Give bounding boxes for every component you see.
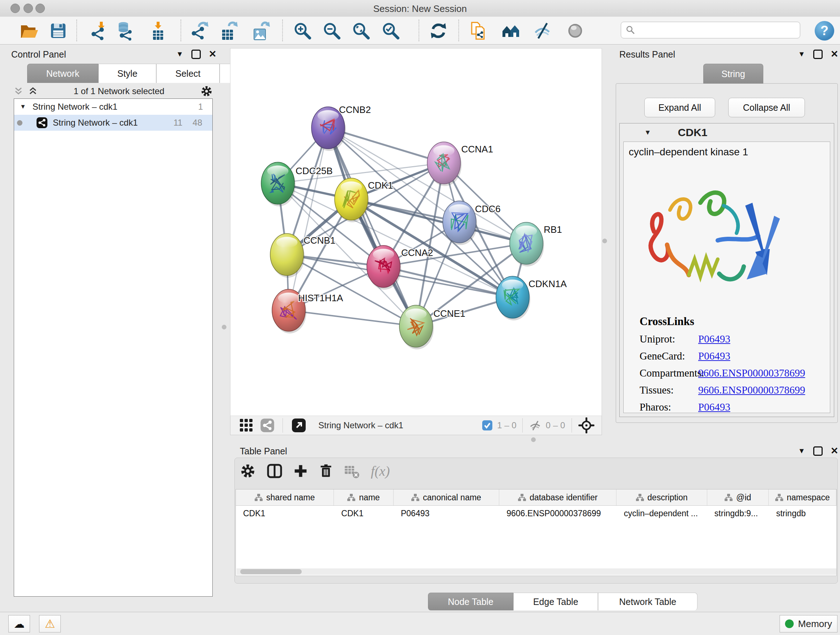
add-column-icon[interactable] [294,463,308,479]
column-header[interactable]: description [616,489,707,505]
network-edge[interactable] [289,310,416,326]
table-cell[interactable]: CDK1 [236,506,334,521]
column-header[interactable]: name [334,489,393,505]
export-network-icon[interactable] [189,21,210,41]
network-node-cdkn1a[interactable] [496,276,531,320]
delete-column-icon[interactable] [319,463,333,479]
crosslink-value-link[interactable]: P06493 [698,350,730,362]
horizontal-scrollbar[interactable] [237,568,837,575]
zoom-out-icon[interactable] [322,21,342,41]
refresh-icon[interactable] [428,21,448,41]
right-splitter-handle[interactable] [602,239,607,243]
column-header[interactable]: shared name [236,489,334,505]
network-node-ccna2[interactable] [367,245,401,290]
tab-network-table[interactable]: Network Table [598,593,698,610]
cdk1-collapse-icon[interactable]: ▼ [644,128,651,136]
table-cell[interactable]: stringdb:9... [707,506,769,521]
crosslink-value-link[interactable]: P06493 [698,401,730,413]
collapse-all-icon[interactable] [14,87,23,95]
table-cell[interactable]: 9606.ENSP00000378699 [499,506,616,521]
selected-checkbox-icon[interactable] [482,420,493,431]
memory-label: Memory [798,618,832,630]
import-network-from-database-icon[interactable] [116,21,136,41]
zoom-selected-icon[interactable] [381,21,401,41]
column-header[interactable]: database identifier [499,489,616,505]
zoom-fit-content-icon[interactable] [351,21,371,41]
table-cell[interactable]: stringdb [769,506,836,521]
collapse-all-button[interactable]: Collapse All [728,98,805,117]
column-header[interactable]: canonical name [393,489,499,505]
show-graphics-details-icon[interactable] [565,21,585,41]
tab-network[interactable]: Network [27,64,98,83]
save-session-icon[interactable] [48,21,68,41]
export-table-icon[interactable] [218,21,239,41]
hide-selected-icon[interactable] [533,21,553,41]
left-splitter-handle[interactable] [222,325,226,329]
control-panel: Control Panel ▼ ✕ Network Style Select S… [0,44,225,612]
export-image-icon[interactable] [251,21,271,41]
crosslink-label: GeneCard: [639,350,698,362]
zoom-in-icon[interactable] [292,21,313,41]
network-node-ccna1[interactable] [427,142,462,186]
results-panel-close-icon[interactable]: ✕ [831,49,838,60]
detach-view-icon[interactable] [292,418,306,432]
control-panel-float-icon[interactable] [191,50,201,59]
column-header[interactable]: @id [707,489,769,505]
show-columns-icon[interactable] [267,463,283,479]
crosslink-value-link[interactable]: 9606.ENSP00000378699 [698,367,805,379]
table-cell[interactable]: CDK1 [334,506,393,521]
search-input[interactable] [636,25,800,35]
home-icon[interactable] [501,21,521,41]
network-node-ccnb1[interactable] [270,233,305,278]
import-table-from-file-icon[interactable] [148,21,168,41]
window-title: Session: New Session [0,3,840,14]
search-field[interactable] [621,22,800,38]
import-network-from-file-icon[interactable] [89,21,109,41]
crosslink-value-link[interactable]: 9606.ENSP00000378699 [698,384,805,396]
network-collection-row[interactable]: ▼ String Network – cdk1 1 [14,99,212,115]
network-node-rb1[interactable] [510,222,544,266]
network-row[interactable]: String Network – cdk1 11 48 [14,115,212,131]
table-row[interactable]: CDK1CDK1P064939606.ENSP00000378699cyclin… [236,506,836,521]
tree-caret-icon[interactable]: ▼ [20,103,26,111]
results-panel-float-icon[interactable] [813,50,823,59]
scrollbar-thumb[interactable] [240,569,302,574]
table-cell[interactable]: P06493 [393,506,499,521]
gear-icon[interactable] [201,85,213,97]
clone-network-icon[interactable] [469,21,489,41]
network-edge[interactable] [384,266,513,297]
tab-select[interactable]: Select [156,64,219,83]
column-header[interactable]: namespace [769,489,836,505]
open-session-icon[interactable] [19,21,39,41]
table-panel-close-icon[interactable]: ✕ [831,445,838,456]
expand-all-icon[interactable] [28,87,38,95]
tab-edge-table[interactable]: Edge Table [513,593,598,610]
network-thumbnail-icon[interactable] [260,418,275,432]
birds-eye-view-icon[interactable] [578,417,594,433]
control-panel-menu-icon[interactable]: ▼ [176,50,183,58]
expand-all-button[interactable]: Expand All [644,98,715,117]
table-panel-menu-icon[interactable]: ▼ [798,447,805,455]
network-node-ccne1[interactable] [399,305,434,349]
crosslinks-heading: CrossLinks [639,315,805,328]
table-gear-icon[interactable] [240,463,256,479]
memory-button[interactable]: Memory [780,615,837,632]
node-table: shared namenamecanonical namedatabase id… [235,489,837,576]
tab-node-table[interactable]: Node Table [428,593,513,610]
crosslink-value-link[interactable]: P06493 [698,333,730,345]
table-cell[interactable]: cyclin–dependent ... [616,506,707,521]
node-label: CDC6 [475,203,501,214]
help-icon[interactable]: ? [815,21,834,41]
toolbar-separator [282,19,283,41]
warnings-button[interactable]: ⚠ [39,615,61,632]
bottom-splitter-handle[interactable] [531,437,536,442]
network-node-cdk1[interactable] [335,178,369,222]
tab-style[interactable]: Style [98,64,156,83]
control-panel-close-icon[interactable]: ✕ [209,49,217,60]
network-canvas[interactable]: CCNB2CCNA1CDC25BCDK1CDC6RB1CCNB1CCNA2CDK… [230,48,602,416]
table-panel-float-icon[interactable] [813,447,823,456]
grid-view-icon[interactable] [239,418,254,432]
results-panel-menu-icon[interactable]: ▼ [798,50,805,58]
tab-string[interactable]: String [703,64,763,84]
cloud-button[interactable]: ☁ [8,615,30,632]
